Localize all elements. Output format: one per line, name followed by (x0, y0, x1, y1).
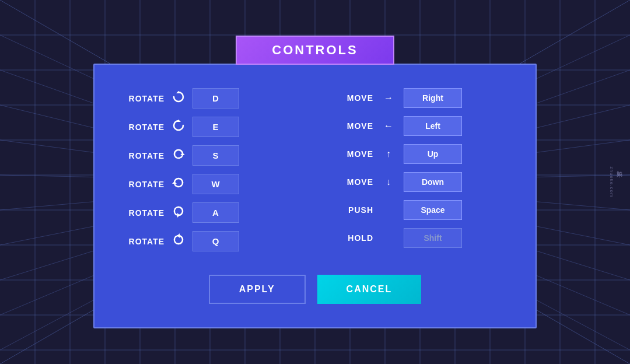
hold-icon (380, 233, 397, 243)
control-row-move-left: MOVE ← Left (332, 116, 506, 136)
label-push: PUSH (332, 205, 373, 215)
key-down[interactable]: Down (404, 172, 462, 192)
rotate-y-cw-icon (172, 205, 186, 220)
watermark: 触乐 zhueke.com (608, 166, 623, 197)
key-left[interactable]: Left (404, 116, 462, 136)
control-row-rotate-e: ROTATE E (124, 117, 298, 137)
control-row-rotate-d: ROTATE D (124, 88, 298, 108)
arrow-down-icon: ↓ (380, 177, 397, 187)
dialog-panel: ROTATE D ROTATE (93, 64, 537, 328)
label-rotate-e: ROTATE (124, 123, 164, 132)
rotate-cw-icon (172, 90, 186, 106)
control-row-move-up: MOVE ↑ Up (332, 144, 506, 164)
control-row-rotate-a: ROTATE A (124, 202, 298, 223)
arrow-up-icon: ↑ (380, 149, 397, 159)
key-right[interactable]: Right (404, 88, 462, 108)
control-row-rotate-q: ROTATE Q (124, 231, 298, 251)
svg-marker-56 (177, 213, 180, 218)
rotate-x-ccw-icon (172, 176, 186, 192)
key-e[interactable]: E (192, 117, 239, 137)
controls-left: ROTATE D ROTATE (124, 88, 298, 251)
key-space[interactable]: Space (404, 200, 462, 220)
label-move-left: MOVE (332, 121, 373, 131)
arrow-left-icon: ← (380, 121, 397, 131)
key-a[interactable]: A (192, 202, 239, 223)
control-row-move-right: MOVE → Right (332, 88, 506, 108)
label-move-right: MOVE (332, 93, 373, 103)
label-move-up: MOVE (332, 149, 373, 159)
rotate-ccw-icon (172, 119, 186, 135)
key-w[interactable]: W (192, 174, 239, 194)
key-up[interactable]: Up (404, 144, 462, 164)
cancel-button[interactable]: CANCEL (317, 275, 422, 304)
apply-button[interactable]: APPLY (209, 275, 306, 304)
control-row-push-space: PUSH Space (332, 200, 506, 220)
label-move-down: MOVE (332, 177, 373, 187)
arrow-right-icon: → (380, 93, 397, 103)
svg-marker-54 (180, 153, 185, 155)
key-d[interactable]: D (192, 88, 239, 108)
label-rotate-a: ROTATE (124, 208, 164, 218)
key-s[interactable]: S (192, 145, 239, 166)
label-hold: HOLD (332, 233, 373, 243)
controls-right: MOVE → Right MOVE ← Left MOVE ↑ Up (332, 88, 506, 251)
dialog-title-bar: CONTROLS (236, 36, 394, 65)
control-row-rotate-s: ROTATE S (124, 145, 298, 166)
svg-marker-57 (177, 233, 180, 238)
controls-grid: ROTATE D ROTATE (124, 88, 506, 251)
label-rotate-s: ROTATE (124, 151, 164, 160)
dialog-wrapper: CONTROLS ROTATE D (93, 36, 537, 328)
control-row-rotate-w: ROTATE W (124, 174, 298, 194)
control-row-move-down: MOVE ↓ Down (332, 172, 506, 192)
dialog-title: CONTROLS (272, 43, 358, 57)
label-rotate-w: ROTATE (124, 180, 164, 189)
rotate-x-cw-icon (172, 148, 186, 163)
key-shift: Shift (404, 228, 462, 248)
rotate-y-ccw-icon (172, 233, 186, 249)
buttons-row: APPLY CANCEL (124, 275, 506, 304)
push-icon (380, 205, 397, 215)
control-row-hold-shift: HOLD Shift (332, 228, 506, 248)
svg-marker-55 (172, 181, 177, 184)
label-rotate-q: ROTATE (124, 237, 164, 246)
key-q[interactable]: Q (192, 231, 239, 251)
label-rotate-d: ROTATE (124, 94, 164, 103)
